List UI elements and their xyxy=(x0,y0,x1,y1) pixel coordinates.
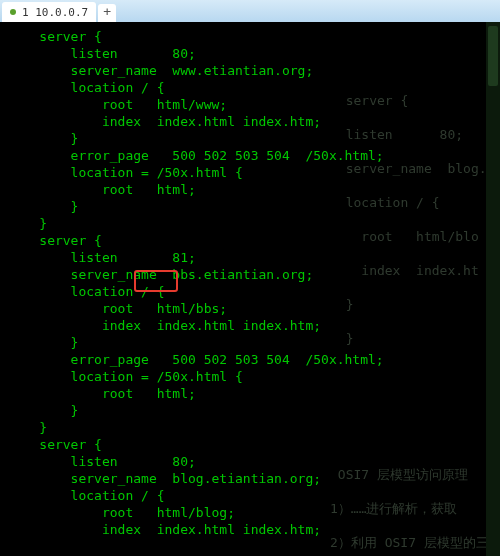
tab-bar: 1 10.0.0.7 + xyxy=(0,0,500,22)
terminal-content[interactable]: server { listen 80; server_name blog.e l… xyxy=(0,22,500,556)
terminal-window: 1 10.0.0.7 + server { listen 80; server_… xyxy=(0,0,500,556)
tab-label: 1 10.0.0.7 xyxy=(22,6,88,19)
vertical-scrollbar[interactable] xyxy=(486,22,500,556)
status-dot-icon xyxy=(10,9,16,15)
new-tab-button[interactable]: + xyxy=(98,4,116,22)
code-block: server { listen 80; server_name www.etia… xyxy=(0,22,500,556)
tab-session-1[interactable]: 1 10.0.0.7 xyxy=(2,2,96,22)
scrollbar-thumb[interactable] xyxy=(488,26,498,86)
